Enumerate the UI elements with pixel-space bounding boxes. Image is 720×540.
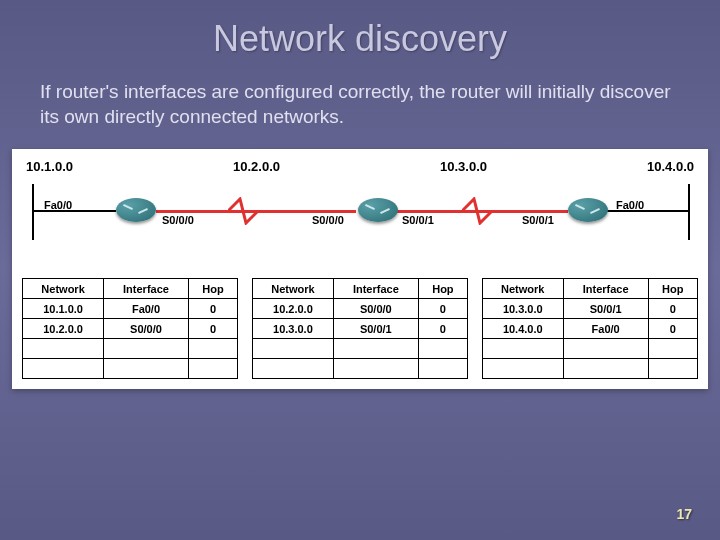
cell: 10.4.0.0 [482, 319, 563, 339]
col-header: Interface [104, 279, 189, 299]
router-icon [566, 192, 610, 230]
cell [563, 339, 648, 359]
cell [104, 339, 189, 359]
interface-label: S0/0/1 [522, 214, 554, 226]
interface-label: S0/0/0 [312, 214, 344, 226]
table-header-row: Network Interface Hop [252, 279, 467, 299]
interface-label: S0/0/0 [162, 214, 194, 226]
col-header: Interface [563, 279, 648, 299]
cell: 0 [418, 319, 468, 339]
cell [252, 339, 333, 359]
cell: 10.1.0.0 [23, 299, 104, 319]
network-label: 10.4.0.0 [647, 159, 694, 174]
table-row [482, 359, 697, 379]
cell [333, 359, 418, 379]
cell [418, 339, 468, 359]
col-header: Network [23, 279, 104, 299]
col-header: Hop [418, 279, 468, 299]
net-segment-bar [688, 184, 690, 240]
cell [482, 339, 563, 359]
cell [23, 339, 104, 359]
router-icon [356, 192, 400, 230]
network-labels-row: 10.1.0.0 10.2.0.0 10.3.0.0 10.4.0.0 [22, 159, 698, 180]
cell: 0 [188, 319, 238, 339]
cell [563, 359, 648, 379]
table-header-row: Network Interface Hop [23, 279, 238, 299]
cell [648, 359, 698, 379]
routing-table: Network Interface Hop 10.2.0.0 S0/0/0 0 … [252, 278, 468, 379]
network-label: 10.3.0.0 [440, 159, 487, 174]
interface-label: Fa0/0 [44, 199, 72, 211]
cell [418, 359, 468, 379]
cell: S0/0/1 [333, 319, 418, 339]
table-row [23, 359, 238, 379]
cell: 0 [418, 299, 468, 319]
table-row: 10.1.0.0 Fa0/0 0 [23, 299, 238, 319]
table-row: 10.3.0.0 S0/0/1 0 [252, 319, 467, 339]
serial-zigzag-icon [462, 197, 502, 225]
cell [188, 359, 238, 379]
serial-zigzag-icon [228, 197, 268, 225]
diagram-container: 10.1.0.0 10.2.0.0 10.3.0.0 10.4.0.0 Fa0/… [12, 149, 708, 389]
col-header: Interface [333, 279, 418, 299]
routing-table: Network Interface Hop 10.3.0.0 S0/0/1 0 … [482, 278, 698, 379]
cell [482, 359, 563, 379]
routing-table: Network Interface Hop 10.1.0.0 Fa0/0 0 1… [22, 278, 238, 379]
cell: 0 [648, 319, 698, 339]
cell: S0/0/1 [563, 299, 648, 319]
router-icon [114, 192, 158, 230]
table-row: 10.4.0.0 Fa0/0 0 [482, 319, 697, 339]
cell: 0 [648, 299, 698, 319]
cell [252, 359, 333, 379]
network-label: 10.2.0.0 [233, 159, 280, 174]
page-number: 17 [676, 506, 692, 522]
net-segment-bar [32, 184, 34, 240]
table-header-row: Network Interface Hop [482, 279, 697, 299]
cell: S0/0/0 [333, 299, 418, 319]
cell: 10.2.0.0 [23, 319, 104, 339]
cell [648, 339, 698, 359]
col-header: Network [252, 279, 333, 299]
cell [188, 339, 238, 359]
cell: 10.3.0.0 [252, 319, 333, 339]
cell: 10.3.0.0 [482, 299, 563, 319]
table-row: 10.2.0.0 S0/0/0 0 [23, 319, 238, 339]
slide-title: Network discovery [0, 0, 720, 70]
table-row: 10.3.0.0 S0/0/1 0 [482, 299, 697, 319]
topology-diagram: Fa0/0 S0/0/0 S0/0/0 S0/0/1 S0/0/1 Fa0/0 [22, 180, 698, 250]
cell: 0 [188, 299, 238, 319]
slide-subtitle: If router's interfaces are configured co… [0, 70, 720, 149]
interface-label: Fa0/0 [616, 199, 644, 211]
routing-tables-row: Network Interface Hop 10.1.0.0 Fa0/0 0 1… [22, 278, 698, 379]
table-row [482, 339, 697, 359]
table-row [23, 339, 238, 359]
cell [23, 359, 104, 379]
col-header: Hop [648, 279, 698, 299]
table-row: 10.2.0.0 S0/0/0 0 [252, 299, 467, 319]
cell: Fa0/0 [104, 299, 189, 319]
interface-label: S0/0/1 [402, 214, 434, 226]
col-header: Network [482, 279, 563, 299]
cell: S0/0/0 [104, 319, 189, 339]
cell [333, 339, 418, 359]
cell: Fa0/0 [563, 319, 648, 339]
table-row [252, 359, 467, 379]
cell: 10.2.0.0 [252, 299, 333, 319]
cell [104, 359, 189, 379]
col-header: Hop [188, 279, 238, 299]
network-label: 10.1.0.0 [26, 159, 73, 174]
table-row [252, 339, 467, 359]
